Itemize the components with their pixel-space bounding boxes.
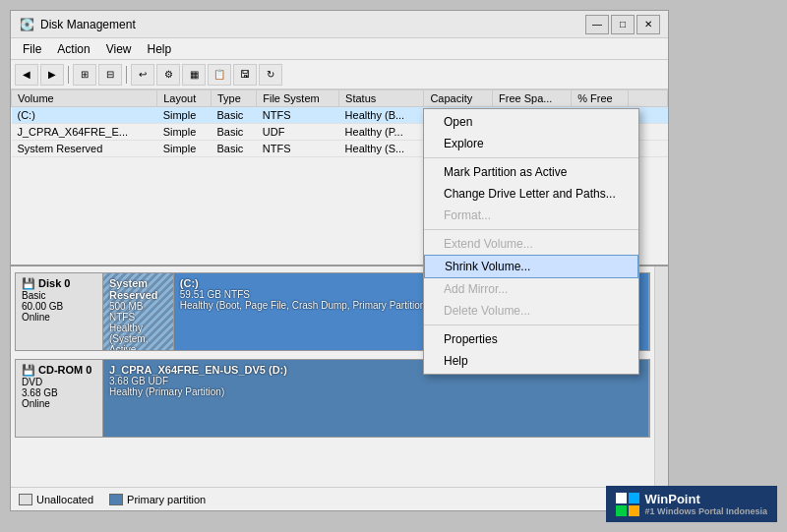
context-menu-item[interactable]: Shrink Volume...	[424, 255, 638, 278]
table-cell: Simple	[157, 124, 212, 141]
col-filesystem[interactable]: File System	[257, 90, 339, 107]
winpoint-text-block: WinPoint #1 Windows Portal Indonesia	[645, 492, 767, 516]
legend-unallocated-box	[19, 494, 32, 505]
table-cell: Simple	[157, 107, 212, 124]
table-cell: Healthy (B...	[339, 107, 424, 124]
toolbar-btn-3[interactable]: ↩	[131, 64, 154, 86]
close-button[interactable]: ✕	[636, 15, 660, 34]
context-menu-separator	[424, 325, 638, 325]
context-menu-separator	[424, 229, 638, 230]
disk-status: Online	[22, 398, 96, 409]
disk-type: DVD	[22, 377, 96, 387]
minimize-button[interactable]: —	[585, 15, 609, 34]
toolbar-back[interactable]: ◀	[15, 64, 38, 86]
toolbar-btn-7[interactable]: 🖫	[233, 64, 257, 86]
grid-sq-4	[629, 505, 639, 516]
toolbar-btn-2[interactable]: ⊟	[98, 64, 122, 86]
table-cell: Healthy (P...	[339, 124, 424, 141]
grid-sq-2	[629, 493, 639, 503]
watermark: WinPoint #1 Windows Portal Indonesia	[606, 486, 777, 522]
table-cell: J_CPRA_X64FRE_E...	[12, 124, 157, 141]
winpoint-brand: WinPoint	[645, 492, 767, 506]
disk-label: 💾 Disk 0 Basic 60.00 GB Online	[15, 272, 103, 351]
toolbar-btn-1[interactable]: ⊞	[73, 64, 96, 86]
col-percentfree[interactable]: % Free	[572, 90, 629, 107]
window-title: Disk Management	[40, 18, 585, 31]
toolbar-sep-1	[68, 66, 69, 84]
legend-unallocated: Unallocated	[19, 494, 93, 505]
toolbar-btn-6[interactable]: 📋	[208, 64, 231, 86]
context-menu-item: Extend Volume...	[424, 233, 638, 255]
menu-file[interactable]: File	[15, 40, 49, 58]
disk-size: 3.68 GB	[22, 387, 96, 398]
legend-bar: Unallocated Primary partition	[11, 487, 668, 510]
table-cell: (C:)	[12, 107, 157, 124]
toolbar-btn-4[interactable]: ⚙	[156, 64, 180, 86]
table-cell: Healthy (S...	[339, 141, 424, 157]
table-cell: NTFS	[257, 107, 339, 124]
legend-primary: Primary partition	[109, 494, 206, 505]
col-capacity[interactable]: Capacity	[424, 90, 493, 107]
col-extra	[629, 90, 668, 107]
menu-action[interactable]: Action	[49, 40, 97, 58]
table-cell: Basic	[211, 107, 256, 124]
toolbar-btn-8[interactable]: ↻	[259, 64, 282, 86]
legend-unallocated-label: Unallocated	[36, 494, 93, 505]
context-menu: OpenExploreMark Partition as ActiveChang…	[423, 108, 639, 375]
toolbar-forward[interactable]: ▶	[40, 64, 64, 86]
col-type[interactable]: Type	[211, 90, 256, 107]
partition-block[interactable]: System Reserved 500 MB NTFS Healthy (Sys…	[103, 273, 174, 350]
table-cell: Basic	[211, 141, 256, 157]
partition-health: Healthy (System, Active, Primary Partiti	[109, 323, 167, 350]
menu-help[interactable]: Help	[140, 40, 180, 58]
disk-size: 60.00 GB	[22, 301, 96, 312]
context-menu-item: Format...	[424, 205, 638, 226]
winpoint-logo: WinPoint #1 Windows Portal Indonesia	[616, 492, 767, 516]
menu-view[interactable]: View	[98, 40, 140, 58]
context-menu-item[interactable]: Properties	[424, 328, 638, 350]
context-menu-item[interactable]: Mark Partition as Active	[424, 161, 638, 183]
toolbar-btn-5[interactable]: ▦	[182, 64, 206, 86]
legend-primary-box	[109, 494, 123, 505]
context-menu-item[interactable]: Help	[424, 350, 638, 372]
grid-sq-1	[616, 493, 627, 503]
disk-name: 💾 Disk 0	[22, 277, 96, 290]
table-cell: System Reserved	[12, 141, 157, 157]
context-menu-item[interactable]: Open	[424, 111, 638, 133]
table-cell: Basic	[211, 124, 256, 141]
context-menu-separator	[424, 157, 638, 158]
context-menu-item[interactable]: Explore	[424, 133, 638, 154]
partition-name: System Reserved	[109, 277, 167, 301]
maximize-button[interactable]: □	[611, 15, 635, 34]
legend-primary-label: Primary partition	[127, 494, 206, 505]
table-cell: NTFS	[257, 141, 339, 157]
col-volume[interactable]: Volume	[12, 90, 157, 107]
grid-sq-3	[616, 505, 627, 516]
partition-health: Healthy (Primary Partition)	[109, 386, 642, 397]
partition-size: 3.68 GB UDF	[109, 376, 642, 386]
window-icon: 💽	[19, 17, 34, 32]
toolbar-sep-2	[126, 66, 127, 84]
context-menu-item: Delete Volume...	[424, 300, 638, 322]
col-layout[interactable]: Layout	[157, 90, 212, 107]
disk-label: 💾 CD-ROM 0 DVD 3.68 GB Online	[15, 359, 103, 438]
context-menu-item: Add Mirror...	[424, 278, 638, 300]
toolbar: ◀ ▶ ⊞ ⊟ ↩ ⚙ ▦ 📋 🖫 ↻	[11, 60, 668, 89]
col-freespace[interactable]: Free Spa...	[493, 90, 572, 107]
window-controls: — □ ✕	[585, 15, 660, 34]
disk-status: Online	[22, 312, 96, 323]
menu-bar: File Action View Help	[11, 38, 668, 60]
vertical-scrollbar[interactable]	[654, 266, 668, 487]
title-bar: 💽 Disk Management — □ ✕	[11, 11, 668, 38]
winpoint-sub: #1 Windows Portal Indonesia	[645, 506, 767, 516]
windows-grid-icon	[616, 493, 639, 516]
context-menu-item[interactable]: Change Drive Letter and Paths...	[424, 183, 638, 205]
disk-name: 💾 CD-ROM 0	[22, 364, 96, 377]
col-status[interactable]: Status	[339, 90, 424, 107]
table-cell: Simple	[157, 141, 212, 157]
partition-size: 500 MB NTFS	[109, 301, 167, 323]
table-cell: UDF	[257, 124, 339, 141]
disk-type: Basic	[22, 290, 96, 301]
